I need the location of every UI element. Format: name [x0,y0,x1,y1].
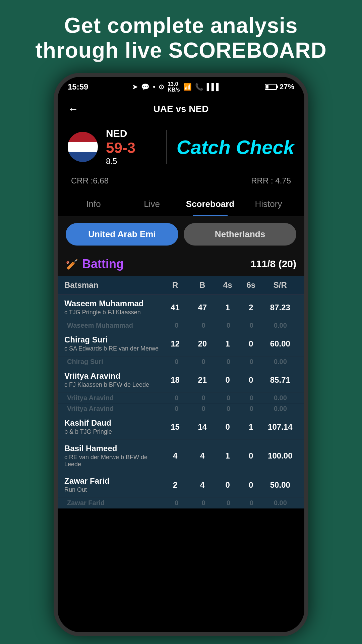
cricket-bat-icon: 🏏 [66,258,78,270]
table-row: Kashif Daud b & b TJG Pringle 15 14 0 1 … [58,414,304,440]
status-right: 27% [265,83,294,91]
stat-b: 0 [190,322,217,329]
stat-6s: 2 [239,303,263,312]
page-header: Get complete analysis through live SCORE… [0,0,362,73]
battery-icon [265,84,277,90]
player-name: Zawar Farid [67,499,163,507]
top-nav: ← UAE vs NED [58,97,304,121]
stat-6s: 0 [240,499,263,507]
stat-sr: 100.00 [263,451,298,461]
player-cell: Zawar Farid [67,499,163,507]
player-name: Chirag Suri [64,335,162,344]
tab-scoreboard[interactable]: Scoreboard [181,192,239,216]
player-name: Vriitya Aravind [67,394,163,402]
data-speed: 13.0KB/s [168,81,180,93]
whatsapp-icon: 💬 [141,83,149,91]
signal-icon: ▌▌▌ [207,83,221,91]
stat-4s: 0 [217,405,240,413]
player-name: Vriitya Aravind [67,405,163,413]
tab-live[interactable]: Live [123,192,181,216]
player-cell: Kashif Daud b & b TJG Pringle [64,418,162,435]
stat-sr: 60.00 [263,339,298,348]
team-name: NED [106,128,156,139]
location-icon: ➤ [132,83,138,91]
status-icons: ➤ 💬 • ⊙ 13.0KB/s 📶 📞 ▌▌▌ [132,81,221,93]
player-cell: Chirag Suri [67,358,163,366]
stat-4s: 0 [217,394,240,402]
netherlands-button[interactable]: Netherlands [184,223,296,246]
player-desc: c SA Edwards b RE van der Merwe [64,345,162,352]
divider-vert [166,130,167,164]
stat-4s: 0 [216,375,239,385]
batting-label-group: 🏏 Batting [66,257,124,271]
uae-button[interactable]: United Arab Emi [66,223,178,246]
stat-sr: 0.00 [263,394,298,402]
player-name: Chirag Suri [67,358,163,366]
stat-r: 18 [162,375,189,385]
player-cell: Waseem Muhammad [67,322,163,329]
th-r: R [162,280,189,290]
table-row: Waseem Muhammad c TJG Pringle b FJ Klaas… [58,295,304,320]
stat-b: 20 [189,339,216,348]
table-row: Vriitya Aravind 0 0 0 0 0.00 [58,404,304,414]
camera-icon: ⊙ [159,83,164,91]
th-4s: 4s [216,280,239,290]
stat-r: 2 [162,480,189,490]
stat-6s: 0 [240,405,263,413]
stat-sr: 0.00 [263,405,298,413]
stat-b: 0 [190,358,217,366]
batting-text: Batting [82,257,124,271]
rrr-label: RRR : 4.75 [251,176,291,185]
player-name: Waseem Muhammad [64,299,162,308]
team-flag [68,132,98,162]
player-cell: Waseem Muhammad c TJG Pringle b FJ Klaas… [64,299,162,316]
stat-6s: 0 [240,394,263,402]
player-cell: Vriitya Aravind [67,405,163,413]
stat-sr: 85.71 [263,375,298,385]
table-row: Chirag Suri c SA Edwards b RE van der Me… [58,331,304,357]
player-cell: Vriitya Aravind c FJ Klaassen b BFW de L… [64,371,162,388]
table-row: Vriitya Aravind 0 0 0 0 0.00 [58,393,304,404]
stat-4s: 0 [217,499,240,507]
tab-history[interactable]: History [239,192,298,216]
player-desc: Run Out [64,486,162,493]
th-batsman: Batsman [64,280,162,290]
th-sr: S/R [263,280,298,290]
stat-r: 12 [162,339,189,348]
tab-info[interactable]: Info [64,192,123,216]
tabs-row: Info Live Scoreboard History [58,192,304,216]
player-name: Waseem Muhammad [67,322,163,329]
stat-b: 0 [190,405,217,413]
stat-4s: 0 [217,358,240,366]
stat-6s: 0 [239,375,263,385]
stat-b: 47 [189,303,216,312]
stat-r: 41 [162,303,189,312]
battery-percent: 27% [280,83,294,91]
stat-6s: 0 [240,358,263,366]
stat-r: 4 [162,451,189,461]
player-name: Basil Hameed [64,444,162,453]
stat-b: 4 [189,451,216,461]
stat-6s: 1 [239,422,263,432]
score-section: NED 59-3 8.5 Catch Check [58,121,304,173]
table-row: Zawar Farid 0 0 0 0 0.00 [58,498,304,508]
table-row: Basil Hameed c RE van der Merwe b BFW de… [58,440,304,472]
player-cell: Chirag Suri c SA Edwards b RE van der Me… [64,335,162,352]
stat-6s: 0 [239,480,263,490]
stat-6s: 0 [239,451,263,461]
score-overs: 8.5 [106,157,156,166]
back-button[interactable]: ← [68,103,78,115]
table-row: Zawar Farid Run Out 2 4 0 0 50.00 [58,472,304,498]
rates-row: CRR :6.68 RRR : 4.75 [58,173,304,192]
stat-6s: 0 [239,339,263,348]
stat-sr: 50.00 [263,480,298,490]
phone-wrapper: 15:59 ➤ 💬 • ⊙ 13.0KB/s 📶 📞 ▌▌▌ 27% [0,73,362,636]
scoreboard-table: Batsman R B 4s 6s S/R Waseem Muhammad c … [58,276,304,508]
player-desc: b & b TJG Pringle [64,428,162,435]
status-time: 15:59 [68,82,88,92]
player-cell: Zawar Farid Run Out [64,476,162,493]
batting-score: 111/8 (20) [250,258,296,270]
stat-4s: 0 [216,422,239,432]
stat-r: 0 [163,405,190,413]
stat-sr: 0.00 [263,322,298,329]
